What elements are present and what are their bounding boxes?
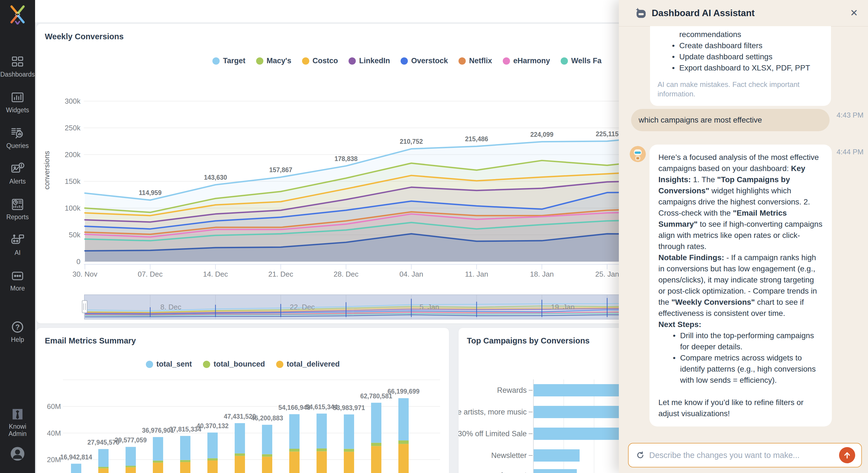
bar-total-delivered[interactable] [180, 462, 190, 473]
sidebar-item-alerts[interactable]: Alerts [0, 161, 35, 185]
sidebar-item-admin[interactable]: KnowiAdmin [0, 407, 35, 437]
bar-total-sent[interactable] [235, 423, 245, 453]
assistant-text-bold: "Weekly Conversions" [672, 298, 755, 306]
sidebar-item-label: Help [11, 336, 24, 343]
sidebar-avatar[interactable] [0, 445, 35, 463]
sidebar-item-label: Dashboards [0, 71, 35, 78]
bar-total-bounced[interactable] [344, 449, 354, 451]
bar-total-bounced[interactable] [289, 449, 300, 451]
data-label: 224,099 [530, 131, 553, 138]
bar-total-label: 53,983,971 [333, 404, 365, 411]
queries-icon [10, 126, 25, 140]
bar-total-bounced[interactable] [371, 443, 381, 446]
ai-assistant-panel: Dashboard AI Assistant ✕ recommendations… [619, 0, 868, 473]
bar-total-delivered[interactable] [98, 468, 108, 473]
sidebar-item-dashboards[interactable]: Dashboards [0, 55, 35, 78]
ai-input-box[interactable] [628, 443, 862, 467]
bar-total-label: 29,577,059 [115, 437, 147, 444]
assistant-avatar-icon [630, 146, 646, 162]
bar-total-label: 66,199,699 [388, 388, 420, 395]
bar-total-delivered[interactable] [126, 467, 136, 473]
y-tick-label: 20M [47, 455, 61, 464]
bar-total-sent[interactable] [262, 425, 272, 454]
bar-total-bounced[interactable] [180, 460, 190, 462]
x-tick-label: 07. Dec [138, 270, 163, 278]
assistant-paragraph: Let me know if you’d like to refine filt… [658, 397, 823, 419]
bar-total-bounced[interactable] [153, 461, 163, 463]
bar-total-bounced[interactable] [398, 440, 409, 444]
bar-total-delivered[interactable] [262, 457, 272, 473]
bar-total-delivered[interactable] [344, 452, 354, 473]
bar-total-sent[interactable] [316, 414, 327, 448]
x-tick-label: 28. Dec [334, 270, 359, 278]
bar-total-sent[interactable] [71, 464, 81, 473]
sidebar-item-help[interactable]: ?Help [0, 320, 35, 343]
ai-robot-icon [634, 7, 647, 20]
sidebar-item-label: Reports [6, 213, 29, 220]
bar-total-bounced[interactable] [235, 453, 245, 456]
assistant-message-bubble: Here’s a focused analysis of the most ef… [649, 145, 832, 426]
assistant-text-bold: Notable Findings: [658, 253, 724, 262]
sidebar-item-ai[interactable]: AI [0, 233, 35, 256]
data-label: 143,630 [204, 174, 227, 181]
bar-total-sent[interactable] [344, 414, 354, 449]
bar-total-sent[interactable] [126, 447, 136, 466]
navigator-label: 5. Jan [420, 303, 439, 311]
intro-bullet-item: Export dashboard to XLSX, PDF, PPT [657, 62, 824, 73]
bar-total-delivered[interactable] [316, 451, 327, 473]
user-message-bubble: which campaigns are most effective [631, 109, 830, 131]
sidebar-item-reports[interactable]: Reports [0, 197, 35, 220]
refresh-icon[interactable] [636, 451, 645, 460]
bar-total-delivered[interactable] [371, 446, 381, 473]
bar-total-bounced[interactable] [207, 458, 218, 461]
bar-total-sent[interactable] [207, 433, 218, 459]
svg-text:?: ? [15, 323, 20, 331]
x-tick-label: 30. Nov [72, 270, 97, 278]
bar-total-bounced[interactable] [316, 448, 327, 451]
bar-total-sent[interactable] [371, 403, 381, 443]
help-icon: ? [10, 320, 25, 334]
alerts-icon [10, 161, 25, 176]
ai-prompt-input[interactable] [649, 450, 861, 460]
sidebar-item-widgets[interactable]: Widgets [0, 90, 35, 114]
bar-total-sent[interactable] [289, 414, 300, 449]
send-button[interactable] [839, 447, 855, 463]
bar-total-delivered[interactable] [235, 456, 245, 473]
intro-bullet-item: Create dashboard filters [657, 40, 824, 51]
bar-total-sent[interactable] [153, 437, 163, 461]
bar-total-bounced[interactable] [262, 454, 272, 457]
sidebar-item-more[interactable]: More [0, 269, 35, 292]
ai-panel-title: Dashboard AI Assistant [652, 8, 755, 19]
navigator-label: 8. Dec [160, 303, 181, 311]
y-axis-title: conversions [42, 151, 51, 190]
assistant-paragraph: Here’s a focused analysis of the most ef… [658, 152, 823, 252]
app-logo[interactable] [8, 5, 27, 25]
x-tick-label: 04. Jan [400, 270, 423, 278]
reports-icon [10, 197, 25, 212]
bar-total-sent[interactable] [98, 449, 108, 467]
bar-total-delivered[interactable] [398, 444, 409, 473]
sidebar-item-queries[interactable]: Queries [0, 126, 35, 149]
bar-total-delivered[interactable] [207, 461, 218, 473]
bar-total-delivered[interactable] [153, 463, 163, 473]
email-metrics-widget: Email Metrics Summary total_senttotal_bo… [36, 328, 449, 473]
sidebar: DashboardsWidgetsQueriesAlertsReportsAIM… [0, 0, 35, 473]
bar-total-sent[interactable] [398, 398, 409, 440]
sidebar-item-label: Widgets [6, 107, 29, 114]
bar-total-sent[interactable] [180, 436, 190, 460]
dashboards-icon [10, 55, 25, 69]
bar-total-bounced[interactable] [126, 466, 136, 467]
ai-panel-header: Dashboard AI Assistant ✕ [619, 0, 868, 26]
y-tick-label: 0 [76, 257, 81, 266]
x-tick-label: 21. Dec [268, 270, 293, 278]
category-label: Newsletter [491, 451, 527, 460]
bar-Newsletter[interactable] [534, 449, 580, 462]
bar-total-bounced[interactable] [98, 467, 108, 468]
y-tick-label: 150k [65, 177, 81, 185]
bar-total-delivered[interactable] [289, 451, 300, 473]
close-icon[interactable]: ✕ [850, 7, 858, 19]
data-label: 215,486 [465, 136, 488, 143]
y-tick-label: 40M [47, 429, 61, 437]
bar-Account[interactable] [534, 469, 577, 473]
navigator-handle[interactable] [82, 301, 87, 313]
